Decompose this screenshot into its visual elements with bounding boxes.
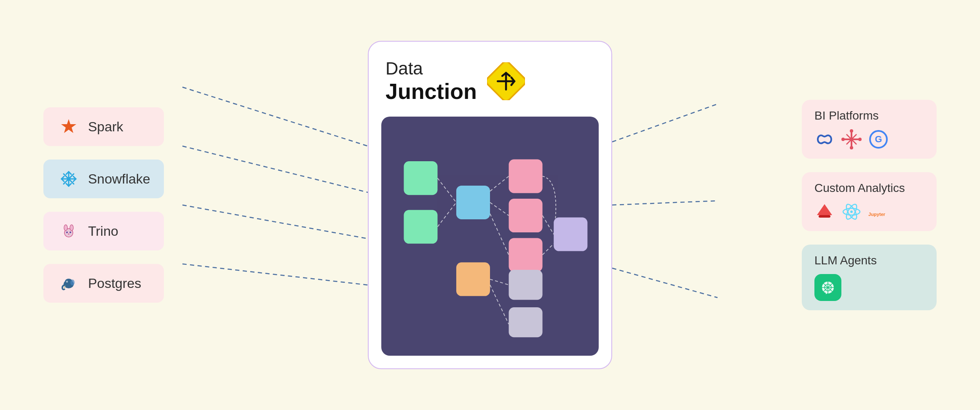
svg-line-0 bbox=[182, 87, 368, 146]
svg-rect-47 bbox=[404, 210, 437, 244]
svg-rect-50 bbox=[509, 199, 542, 232]
svg-point-71 bbox=[850, 210, 853, 213]
postgres-label: Postgres bbox=[88, 276, 141, 291]
dag-svg bbox=[381, 117, 599, 356]
svg-line-41 bbox=[490, 214, 509, 255]
dag-area bbox=[381, 117, 599, 356]
svg-point-26 bbox=[66, 232, 68, 233]
svg-text:Jupyter: Jupyter bbox=[868, 212, 886, 217]
jupyter-icon: Jupyter bbox=[868, 202, 889, 222]
svg-line-45 bbox=[490, 285, 509, 324]
svg-rect-54 bbox=[509, 270, 542, 300]
svg-line-42 bbox=[543, 216, 554, 234]
svg-rect-53 bbox=[456, 262, 490, 296]
svg-marker-66 bbox=[817, 204, 832, 215]
looker-icon: G bbox=[868, 129, 889, 149]
output-custom-analytics[interactable]: Custom Analytics bbox=[802, 172, 937, 231]
main-container: Spark bbox=[27, 16, 953, 394]
center-title: Data Junction bbox=[381, 59, 599, 104]
title-data: Data bbox=[386, 59, 477, 79]
svg-line-39 bbox=[490, 176, 509, 192]
metabase-icon bbox=[814, 129, 835, 149]
svg-rect-46 bbox=[404, 161, 437, 195]
svg-point-25 bbox=[71, 226, 72, 230]
source-trino[interactable]: Trino bbox=[43, 212, 164, 250]
road-sign-icon bbox=[487, 62, 525, 100]
svg-line-43 bbox=[543, 244, 554, 255]
openai-icon bbox=[814, 274, 841, 301]
svg-line-40 bbox=[490, 202, 509, 216]
source-spark[interactable]: Spark bbox=[43, 107, 164, 146]
svg-point-24 bbox=[65, 226, 67, 230]
bi-platforms-title: BI Platforms bbox=[814, 109, 924, 122]
llm-agents-icons bbox=[814, 274, 924, 301]
svg-line-2 bbox=[182, 205, 368, 239]
svg-point-61 bbox=[850, 146, 853, 149]
svg-point-62 bbox=[842, 138, 844, 141]
svg-point-27 bbox=[70, 232, 71, 233]
tableau-icon bbox=[841, 129, 862, 149]
center-panel: Data Junction bbox=[368, 41, 612, 369]
custom-analytics-title: Custom Analytics bbox=[814, 181, 924, 195]
source-postgres[interactable]: Postgres bbox=[43, 264, 164, 303]
trino-label: Trino bbox=[88, 224, 118, 239]
postgres-icon bbox=[57, 272, 80, 295]
svg-point-32 bbox=[67, 281, 67, 282]
svg-rect-67 bbox=[819, 215, 830, 218]
svg-marker-7 bbox=[61, 119, 76, 133]
svg-line-44 bbox=[490, 279, 509, 285]
svg-text:G: G bbox=[875, 134, 882, 144]
source-snowflake[interactable]: Snowflake bbox=[43, 160, 164, 198]
react-icon bbox=[841, 202, 862, 222]
svg-point-12 bbox=[67, 178, 70, 180]
svg-rect-51 bbox=[509, 238, 542, 272]
svg-line-4 bbox=[612, 104, 718, 142]
svg-line-3 bbox=[182, 264, 368, 285]
svg-line-37 bbox=[437, 178, 456, 202]
svg-point-60 bbox=[850, 130, 853, 132]
svg-point-28 bbox=[68, 234, 70, 235]
title-text: Data Junction bbox=[386, 59, 477, 104]
spark-label: Spark bbox=[88, 119, 123, 135]
svg-point-63 bbox=[859, 138, 861, 141]
snowflake-label: Snowflake bbox=[88, 171, 150, 187]
svg-rect-52 bbox=[554, 218, 587, 251]
svg-rect-48 bbox=[456, 186, 490, 219]
svg-rect-49 bbox=[509, 160, 542, 193]
left-sources: Spark bbox=[43, 107, 164, 303]
llm-agents-title: LLM Agents bbox=[814, 254, 924, 267]
svg-rect-55 bbox=[509, 307, 542, 337]
svg-line-1 bbox=[182, 146, 368, 192]
snowflake-icon bbox=[57, 167, 80, 191]
right-outputs: BI Platforms bbox=[802, 100, 937, 310]
bi-platforms-icons: G bbox=[814, 129, 924, 149]
spark-icon bbox=[57, 115, 80, 138]
trino-icon bbox=[57, 219, 80, 243]
svg-line-6 bbox=[612, 268, 718, 298]
svg-point-33 bbox=[70, 280, 75, 285]
svg-line-38 bbox=[437, 202, 456, 227]
svg-line-5 bbox=[612, 201, 718, 205]
title-junction: Junction bbox=[386, 79, 477, 104]
output-llm-agents[interactable]: LLM Agents bbox=[802, 245, 937, 310]
output-bi-platforms[interactable]: BI Platforms bbox=[802, 100, 937, 159]
custom-analytics-icons: Jupyter bbox=[814, 202, 924, 222]
streamlit-icon bbox=[814, 202, 835, 222]
